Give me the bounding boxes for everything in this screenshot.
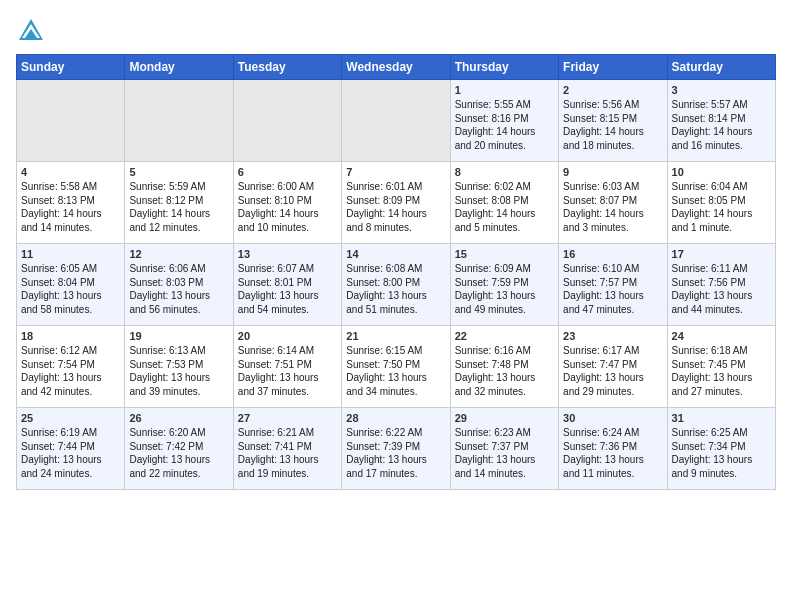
day-number: 30: [563, 412, 662, 424]
day-header-tuesday: Tuesday: [233, 55, 341, 80]
day-number: 3: [672, 84, 771, 96]
day-number: 4: [21, 166, 120, 178]
day-header-friday: Friday: [559, 55, 667, 80]
calendar-cell: 28Sunrise: 6:22 AMSunset: 7:39 PMDayligh…: [342, 408, 450, 490]
calendar-cell: 5Sunrise: 5:59 AMSunset: 8:12 PMDaylight…: [125, 162, 233, 244]
calendar-cell: 12Sunrise: 6:06 AMSunset: 8:03 PMDayligh…: [125, 244, 233, 326]
calendar-week-row: 18Sunrise: 6:12 AMSunset: 7:54 PMDayligh…: [17, 326, 776, 408]
day-number: 23: [563, 330, 662, 342]
cell-content: Sunrise: 6:18 AMSunset: 7:45 PMDaylight:…: [672, 344, 771, 398]
day-number: 6: [238, 166, 337, 178]
calendar-cell: 3Sunrise: 5:57 AMSunset: 8:14 PMDaylight…: [667, 80, 775, 162]
cell-content: Sunrise: 6:17 AMSunset: 7:47 PMDaylight:…: [563, 344, 662, 398]
calendar-cell: 15Sunrise: 6:09 AMSunset: 7:59 PMDayligh…: [450, 244, 558, 326]
cell-content: Sunrise: 6:23 AMSunset: 7:37 PMDaylight:…: [455, 426, 554, 480]
cell-content: Sunrise: 6:10 AMSunset: 7:57 PMDaylight:…: [563, 262, 662, 316]
calendar-cell: 17Sunrise: 6:11 AMSunset: 7:56 PMDayligh…: [667, 244, 775, 326]
calendar-cell: 30Sunrise: 6:24 AMSunset: 7:36 PMDayligh…: [559, 408, 667, 490]
calendar-cell: 4Sunrise: 5:58 AMSunset: 8:13 PMDaylight…: [17, 162, 125, 244]
cell-content: Sunrise: 6:21 AMSunset: 7:41 PMDaylight:…: [238, 426, 337, 480]
day-number: 19: [129, 330, 228, 342]
calendar-header-row: SundayMondayTuesdayWednesdayThursdayFrid…: [17, 55, 776, 80]
cell-content: Sunrise: 5:59 AMSunset: 8:12 PMDaylight:…: [129, 180, 228, 234]
day-header-sunday: Sunday: [17, 55, 125, 80]
day-number: 26: [129, 412, 228, 424]
cell-content: Sunrise: 6:01 AMSunset: 8:09 PMDaylight:…: [346, 180, 445, 234]
day-number: 11: [21, 248, 120, 260]
day-number: 17: [672, 248, 771, 260]
calendar-cell: 29Sunrise: 6:23 AMSunset: 7:37 PMDayligh…: [450, 408, 558, 490]
day-number: 22: [455, 330, 554, 342]
cell-content: Sunrise: 6:22 AMSunset: 7:39 PMDaylight:…: [346, 426, 445, 480]
day-header-wednesday: Wednesday: [342, 55, 450, 80]
cell-content: Sunrise: 6:24 AMSunset: 7:36 PMDaylight:…: [563, 426, 662, 480]
calendar-cell: 31Sunrise: 6:25 AMSunset: 7:34 PMDayligh…: [667, 408, 775, 490]
header: [16, 16, 776, 46]
cell-content: Sunrise: 6:13 AMSunset: 7:53 PMDaylight:…: [129, 344, 228, 398]
cell-content: Sunrise: 6:03 AMSunset: 8:07 PMDaylight:…: [563, 180, 662, 234]
calendar-cell: 19Sunrise: 6:13 AMSunset: 7:53 PMDayligh…: [125, 326, 233, 408]
calendar-cell: 20Sunrise: 6:14 AMSunset: 7:51 PMDayligh…: [233, 326, 341, 408]
day-header-saturday: Saturday: [667, 55, 775, 80]
calendar-cell: 23Sunrise: 6:17 AMSunset: 7:47 PMDayligh…: [559, 326, 667, 408]
calendar-cell: 18Sunrise: 6:12 AMSunset: 7:54 PMDayligh…: [17, 326, 125, 408]
cell-content: Sunrise: 6:19 AMSunset: 7:44 PMDaylight:…: [21, 426, 120, 480]
calendar-cell: 27Sunrise: 6:21 AMSunset: 7:41 PMDayligh…: [233, 408, 341, 490]
cell-content: Sunrise: 5:56 AMSunset: 8:15 PMDaylight:…: [563, 98, 662, 152]
day-number: 28: [346, 412, 445, 424]
calendar-week-row: 11Sunrise: 6:05 AMSunset: 8:04 PMDayligh…: [17, 244, 776, 326]
day-number: 10: [672, 166, 771, 178]
day-number: 5: [129, 166, 228, 178]
cell-content: Sunrise: 6:11 AMSunset: 7:56 PMDaylight:…: [672, 262, 771, 316]
day-number: 2: [563, 84, 662, 96]
cell-content: Sunrise: 6:09 AMSunset: 7:59 PMDaylight:…: [455, 262, 554, 316]
calendar-cell: 21Sunrise: 6:15 AMSunset: 7:50 PMDayligh…: [342, 326, 450, 408]
calendar-cell: [342, 80, 450, 162]
day-number: 31: [672, 412, 771, 424]
day-header-monday: Monday: [125, 55, 233, 80]
calendar-cell: 10Sunrise: 6:04 AMSunset: 8:05 PMDayligh…: [667, 162, 775, 244]
calendar-cell: 9Sunrise: 6:03 AMSunset: 8:07 PMDaylight…: [559, 162, 667, 244]
cell-content: Sunrise: 6:12 AMSunset: 7:54 PMDaylight:…: [21, 344, 120, 398]
day-number: 14: [346, 248, 445, 260]
day-number: 20: [238, 330, 337, 342]
calendar-cell: 6Sunrise: 6:00 AMSunset: 8:10 PMDaylight…: [233, 162, 341, 244]
day-number: 13: [238, 248, 337, 260]
logo-icon: [16, 16, 46, 46]
day-number: 15: [455, 248, 554, 260]
calendar-cell: 26Sunrise: 6:20 AMSunset: 7:42 PMDayligh…: [125, 408, 233, 490]
cell-content: Sunrise: 5:57 AMSunset: 8:14 PMDaylight:…: [672, 98, 771, 152]
day-number: 12: [129, 248, 228, 260]
day-number: 8: [455, 166, 554, 178]
calendar-cell: [233, 80, 341, 162]
calendar-cell: [125, 80, 233, 162]
cell-content: Sunrise: 6:05 AMSunset: 8:04 PMDaylight:…: [21, 262, 120, 316]
calendar-week-row: 4Sunrise: 5:58 AMSunset: 8:13 PMDaylight…: [17, 162, 776, 244]
day-number: 1: [455, 84, 554, 96]
day-number: 25: [21, 412, 120, 424]
calendar-cell: 2Sunrise: 5:56 AMSunset: 8:15 PMDaylight…: [559, 80, 667, 162]
day-number: 29: [455, 412, 554, 424]
calendar-cell: 11Sunrise: 6:05 AMSunset: 8:04 PMDayligh…: [17, 244, 125, 326]
calendar-cell: 24Sunrise: 6:18 AMSunset: 7:45 PMDayligh…: [667, 326, 775, 408]
day-number: 24: [672, 330, 771, 342]
day-number: 7: [346, 166, 445, 178]
calendar-table: SundayMondayTuesdayWednesdayThursdayFrid…: [16, 54, 776, 490]
cell-content: Sunrise: 6:25 AMSunset: 7:34 PMDaylight:…: [672, 426, 771, 480]
calendar-cell: 25Sunrise: 6:19 AMSunset: 7:44 PMDayligh…: [17, 408, 125, 490]
day-number: 16: [563, 248, 662, 260]
day-number: 9: [563, 166, 662, 178]
calendar-cell: [17, 80, 125, 162]
cell-content: Sunrise: 6:08 AMSunset: 8:00 PMDaylight:…: [346, 262, 445, 316]
calendar-cell: 8Sunrise: 6:02 AMSunset: 8:08 PMDaylight…: [450, 162, 558, 244]
calendar-week-row: 1Sunrise: 5:55 AMSunset: 8:16 PMDaylight…: [17, 80, 776, 162]
cell-content: Sunrise: 6:02 AMSunset: 8:08 PMDaylight:…: [455, 180, 554, 234]
calendar-cell: 22Sunrise: 6:16 AMSunset: 7:48 PMDayligh…: [450, 326, 558, 408]
calendar-cell: 16Sunrise: 6:10 AMSunset: 7:57 PMDayligh…: [559, 244, 667, 326]
cell-content: Sunrise: 6:04 AMSunset: 8:05 PMDaylight:…: [672, 180, 771, 234]
day-number: 18: [21, 330, 120, 342]
cell-content: Sunrise: 6:20 AMSunset: 7:42 PMDaylight:…: [129, 426, 228, 480]
cell-content: Sunrise: 6:16 AMSunset: 7:48 PMDaylight:…: [455, 344, 554, 398]
cell-content: Sunrise: 5:58 AMSunset: 8:13 PMDaylight:…: [21, 180, 120, 234]
cell-content: Sunrise: 6:14 AMSunset: 7:51 PMDaylight:…: [238, 344, 337, 398]
